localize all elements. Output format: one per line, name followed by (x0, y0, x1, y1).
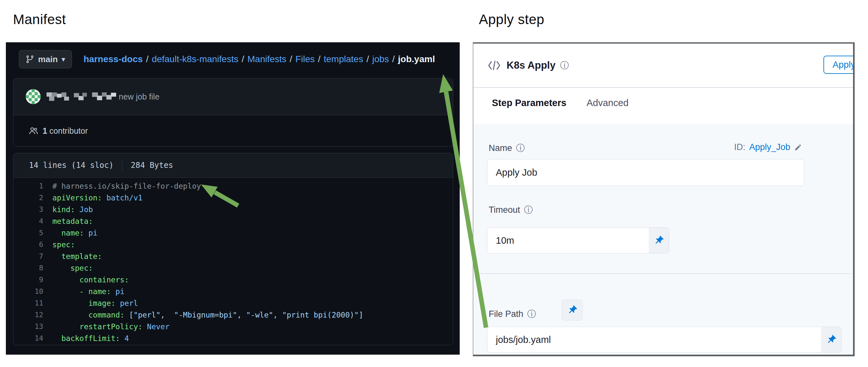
branch-selector-button[interactable]: main ▾ (19, 50, 72, 68)
line-number[interactable]: 5 (13, 227, 52, 239)
line-number[interactable]: 10 (13, 286, 52, 297)
line-number[interactable]: 6 (13, 239, 52, 250)
code-line: 2apiVersion: batch/v1 (13, 192, 453, 204)
file-blob-box: 14 lines (14 sloc) 284 Bytes 1# harness.… (13, 153, 453, 345)
code-line: 10 - name: pi (13, 286, 453, 297)
manifest-section-title: Manifest (13, 12, 66, 27)
file-lines-stat: 14 lines (14 sloc) (29, 161, 114, 170)
code-line: 12 command: ["perl", "-Mbignum=bpi", "-w… (13, 309, 453, 321)
commit-header-row: new job file (13, 79, 453, 115)
code-line: 3kind: Job (13, 204, 453, 215)
code-text: apiVersion: batch/v1 (52, 192, 143, 204)
timeout-input-wrap (487, 227, 669, 253)
apply-step-section-title: Apply step (479, 12, 544, 27)
breadcrumb-separator: / (146, 54, 149, 64)
file-stats-bar: 14 lines (14 sloc) 284 Bytes (13, 153, 453, 178)
breadcrumb-item-Manifests[interactable]: Manifests (247, 54, 286, 64)
code-line: 7 template: (13, 250, 453, 262)
line-number[interactable]: 12 (13, 309, 52, 321)
line-number[interactable]: 14 (13, 333, 52, 344)
breadcrumb-separator: / (366, 54, 369, 64)
breadcrumb-item-jobs[interactable]: jobs (372, 54, 389, 64)
code-viewer: 1# harness.io/skip-file-for-deploy2apiVe… (13, 178, 453, 344)
contributors-count[interactable]: 1 contributor (42, 126, 88, 136)
breadcrumb-separator: / (392, 54, 395, 64)
apply-changes-button[interactable]: Apply (824, 56, 855, 74)
step-parameters-panel: Name ⓘ ID: Apply_Job Timeout ⓘ (473, 124, 853, 356)
code-text: containers: (52, 274, 129, 286)
pin-toggle-button[interactable] (562, 300, 583, 320)
code-line: 13 restartPolicy: Never (13, 321, 453, 333)
line-number[interactable]: 8 (13, 262, 52, 274)
line-number[interactable]: 11 (13, 297, 52, 309)
contributors-row: 1 contributor (13, 115, 453, 146)
line-number[interactable]: 13 (13, 321, 52, 333)
code-line: 1# harness.io/skip-file-for-deploy (13, 180, 453, 192)
code-text: - name: pi (52, 286, 125, 297)
code-text: command: ["perl", "-Mbignum=bpi", "-wle"… (52, 309, 363, 321)
name-input[interactable] (487, 159, 804, 186)
code-line: 14 backoffLimit: 4 (13, 333, 453, 344)
line-number[interactable]: 9 (13, 274, 52, 286)
info-icon[interactable]: ⓘ (516, 142, 525, 154)
info-icon[interactable]: ⓘ (560, 60, 569, 71)
code-text: backoffLimit: 4 (52, 333, 129, 344)
breadcrumb-item-default-k8s-manifests[interactable]: default-k8s-manifests (152, 54, 239, 64)
code-text: name: pi (52, 227, 97, 239)
avatar[interactable] (26, 89, 41, 104)
pin-icon[interactable] (649, 228, 669, 253)
breadcrumb: harness-docs/default-k8s-manifests/Manif… (84, 54, 435, 64)
file-path-input-wrap (487, 327, 842, 353)
breadcrumb-item-harness-docs[interactable]: harness-docs (84, 54, 143, 64)
code-text: spec: (52, 262, 93, 274)
latest-commit-box: new job file 1 contributor (13, 78, 453, 147)
id-label: ID: (734, 142, 745, 152)
people-icon (29, 126, 38, 135)
file-path-input[interactable] (487, 327, 821, 353)
code-line: 4metadata: (13, 215, 453, 227)
info-icon[interactable]: ⓘ (524, 204, 533, 216)
step-card-header: K8s Apply ⓘ Apply (473, 43, 853, 87)
code-text: restartPolicy: Never (52, 321, 169, 333)
breadcrumb-separator: / (242, 54, 244, 64)
chevron-down-icon: ▾ (62, 55, 65, 63)
line-number[interactable]: 7 (13, 250, 52, 262)
code-text: template: (52, 250, 102, 262)
pin-icon[interactable] (821, 327, 841, 353)
code-line: 9 containers: (13, 274, 453, 286)
commit-message[interactable]: new job file (119, 92, 159, 101)
code-line: 6spec: (13, 239, 453, 250)
code-line: 8 spec: (13, 262, 453, 274)
code-line: 11 image: perl (13, 297, 453, 309)
breadcrumb-separator: / (289, 54, 292, 64)
file-size-stat: 284 Bytes (131, 161, 173, 170)
line-number[interactable]: 4 (13, 215, 52, 227)
step-tabs-bar: Step ParametersAdvanced (473, 88, 853, 124)
breadcrumb-item-templates[interactable]: templates (324, 54, 363, 64)
github-file-panel: main ▾ harness-docs/default-k8s-manifest… (6, 42, 460, 355)
line-number[interactable]: 2 (13, 192, 52, 204)
code-text: spec: (52, 239, 75, 250)
step-title: K8s Apply (506, 60, 555, 71)
tab-advanced[interactable]: Advanced (587, 98, 628, 108)
code-text: image: perl (52, 297, 138, 309)
redacted-username (46, 92, 116, 101)
code-text: kind: Job (52, 204, 93, 215)
git-branch-icon (26, 55, 34, 63)
breadcrumb-item-job.yaml: job.yaml (398, 54, 435, 64)
timeout-input[interactable] (487, 228, 649, 253)
breadcrumb-separator: / (318, 54, 320, 64)
code-line: 5 name: pi (13, 227, 453, 239)
code-step-icon (488, 60, 501, 70)
timeout-field-label: Timeout ⓘ (489, 204, 533, 216)
line-number[interactable]: 1 (13, 180, 52, 192)
edit-pencil-icon[interactable] (794, 144, 802, 151)
tab-step-parameters[interactable]: Step Parameters (492, 98, 566, 108)
branch-name-label: main (38, 54, 58, 64)
breadcrumb-item-Files[interactable]: Files (296, 54, 315, 64)
step-id-link[interactable]: Apply_Job (749, 142, 790, 152)
github-file-header-bar: main ▾ harness-docs/default-k8s-manifest… (6, 42, 460, 76)
line-number[interactable]: 3 (13, 204, 52, 215)
info-icon[interactable]: ⓘ (527, 308, 536, 320)
code-text: # harness.io/skip-file-for-deploy (52, 180, 201, 192)
